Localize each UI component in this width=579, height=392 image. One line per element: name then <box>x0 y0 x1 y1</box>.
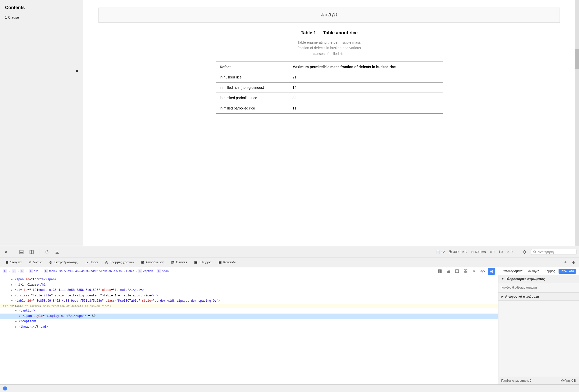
layers-btn[interactable]: Στρώματα <box>559 269 576 274</box>
tab-canvas[interactable]: ▨ Canvas <box>168 259 191 266</box>
expand-arrow-9[interactable] <box>15 325 19 329</box>
breadcrumb-item-caption[interactable]: E caption <box>138 269 153 273</box>
dock-toggle-button[interactable] <box>18 248 25 256</box>
tab-network[interactable]: ⧉ Δίκτυο <box>25 259 46 266</box>
toolbar-separator-3 <box>517 249 517 255</box>
expand-arrow-1[interactable] <box>11 277 15 282</box>
table-cell-defect-3: in husked parboiled rice <box>216 93 288 103</box>
reload-button[interactable] <box>43 248 51 256</box>
tab-debugger[interactable]: ⊙ Εκσφαλματωτής <box>46 259 81 266</box>
console-bar: › <box>0 384 579 392</box>
expand-arrow-7[interactable] <box>19 314 23 319</box>
expand-arrow-4[interactable] <box>11 293 15 298</box>
layers-info-content: Κανένα διαθέσιμο στρώμα <box>498 283 579 292</box>
pencil-icon[interactable]: ✏ <box>471 268 478 275</box>
main-area: Contents 1 Clause A < B (1) Table 1 — Ta… <box>0 0 579 246</box>
stat-time: ⏱ 60.8ms <box>471 250 486 254</box>
expand-arrow-6[interactable] <box>15 309 19 313</box>
tag-indicator-1: E <box>3 269 7 273</box>
tag-indicator-div: E <box>29 269 33 273</box>
expand-arrow-5[interactable] <box>11 299 15 303</box>
tag-indicator-3: E <box>20 269 24 273</box>
tab-timeline[interactable]: ◷ Γραμμές χρόνου <box>102 259 137 266</box>
right-panel: ▼ Πληροφορίες στρώματος Κανένα διαθέσιμο… <box>498 275 579 384</box>
download-button[interactable] <box>54 248 61 256</box>
expand-arrow-8[interactable] <box>15 319 19 324</box>
tag-indicator-table: E <box>44 269 48 273</box>
layers-icon[interactable]: ▣ <box>488 268 495 275</box>
layers-info-section: ▼ Πληροφορίες στρώματος Κανένα διαθέσιμο… <box>498 275 579 293</box>
code-line-5: <table id="_3e858a99-8462-4c83-9edd-f551… <box>0 298 498 304</box>
layout-box-icon[interactable] <box>454 268 461 275</box>
table-cell-value-2: 14 <box>288 82 443 93</box>
network-icon: ⧉ <box>29 260 31 264</box>
scrollbar-thumb[interactable] <box>575 49 579 69</box>
code-line-6: <caption> <box>0 308 498 314</box>
tab-storage[interactable]: ▣ Αποθήκευση <box>137 259 168 266</box>
breadcrumb-item-3[interactable]: E <box>20 269 25 273</box>
search-box[interactable] <box>531 249 576 255</box>
code-icon[interactable]: </> <box>479 268 486 275</box>
requests-icon: ≡ <box>490 250 492 254</box>
timeline-icon: ◷ <box>105 260 108 264</box>
breadcrumb-right-actions: 🖨 ✏ </> ▣ Υπολογισμένα Αλλαγές <box>436 268 576 275</box>
tag-indicator-2: E <box>12 269 16 273</box>
audit-icon: ▣ <box>194 260 197 264</box>
expand-arrow-2[interactable] <box>11 283 15 287</box>
pages-icon: 📄 <box>436 250 440 254</box>
table-cell-defect-2: in milled rice (non-glutinous) <box>216 82 288 93</box>
stat-size: 🗜 409.2 KB <box>449 250 467 254</box>
close-devtools-button[interactable]: × <box>3 248 10 256</box>
info-icon: ℹ <box>499 250 500 254</box>
document-area: A < B (1) Table 1 — Table about rice Tab… <box>83 0 575 246</box>
tab-console[interactable]: ▣ Κονσόλα <box>215 259 240 266</box>
descendant-layers-section: ▶ Απογονικά στρώματα <box>498 293 579 301</box>
formula-text: A < B (1) <box>321 13 337 17</box>
table-cell-value-1: 21 <box>288 72 443 82</box>
changes-btn[interactable]: Αλλαγές <box>526 269 541 274</box>
stat-info: ℹ 0 <box>499 250 503 254</box>
canvas-icon: ▨ <box>171 260 174 264</box>
table-row: in husked rice 21 <box>216 72 443 82</box>
code-line-1: <span id="toc0" ></span> <box>0 277 498 282</box>
storage-icon: ▣ <box>141 260 144 264</box>
sidebar-item-clause[interactable]: 1 Clause <box>5 14 78 20</box>
sidebar: Contents 1 Clause <box>0 0 83 246</box>
time-icon: ⏱ <box>471 250 474 254</box>
layers-info-header[interactable]: ▼ Πληροφορίες στρώματος <box>498 275 579 283</box>
grid-icon[interactable] <box>462 268 469 275</box>
breadcrumb-item-2[interactable]: E <box>12 269 16 273</box>
table-row: in husked parboiled rice 32 <box>216 93 443 103</box>
search-icon <box>533 250 536 254</box>
settings-button[interactable]: ⚙ <box>570 259 577 266</box>
split-view-button[interactable] <box>28 248 35 256</box>
add-tab-button[interactable]: + <box>562 259 569 266</box>
svg-line-12 <box>536 253 536 253</box>
console-expand-button[interactable]: › <box>3 386 7 390</box>
debugger-icon: ⊙ <box>49 260 52 264</box>
breadcrumb-item-span[interactable]: E span <box>157 269 169 273</box>
breadcrumb-item-div[interactable]: E div... <box>29 269 40 273</box>
svg-rect-20 <box>464 270 465 271</box>
node-btn[interactable]: Κόμβος <box>543 269 557 274</box>
devtools-body: <span id="toc0" ></span> <h1> 1 Clause <… <box>0 275 579 384</box>
stat-warnings: ⚠ 0 <box>507 250 513 254</box>
tag-indicator-caption: E <box>138 269 142 273</box>
tab-resources[interactable]: ▭ Πόροι <box>81 259 102 266</box>
computed-btn[interactable]: Υπολογισμένα <box>501 269 524 274</box>
code-line-4: <p class="TableTitle" style="text-align:… <box>0 293 498 298</box>
breadcrumb-item-table[interactable]: E table#_3e858a99-8462-4c83-9edd-f551b3f… <box>44 269 134 273</box>
sidebar-bullet <box>76 70 78 72</box>
tab-audit[interactable]: ▣ Έλεγχος <box>191 259 215 266</box>
tab-elements[interactable]: ⊞ Στοιχεία <box>2 259 25 266</box>
descendant-layers-header[interactable]: ▶ Απογονικά στρώματα <box>498 293 579 300</box>
node-box-icon[interactable] <box>436 268 443 275</box>
target-button[interactable] <box>521 248 528 256</box>
print-icon[interactable]: 🖨 <box>445 268 452 275</box>
breadcrumb-item-1[interactable]: E <box>3 269 8 273</box>
expand-arrow-3[interactable] <box>11 288 15 293</box>
svg-rect-23 <box>466 271 467 273</box>
scrollbar[interactable] <box>575 0 579 246</box>
search-input[interactable] <box>538 250 573 254</box>
table-cell-defect-4: in milled parboiled rice <box>216 103 288 114</box>
